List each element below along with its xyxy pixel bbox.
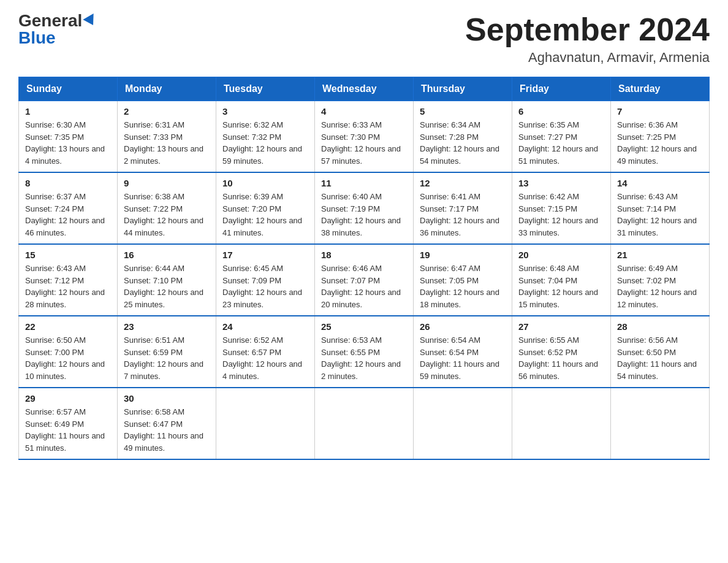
day-number: 2 <box>124 106 210 117</box>
day-info: Sunrise: 6:49 AMSunset: 7:02 PMDaylight:… <box>617 262 703 310</box>
day-info: Sunrise: 6:43 AMSunset: 7:14 PMDaylight:… <box>617 191 703 239</box>
calendar-cell: 1Sunrise: 6:30 AMSunset: 7:35 PMDaylight… <box>19 101 118 173</box>
calendar-cell: 13Sunrise: 6:42 AMSunset: 7:15 PMDayligh… <box>512 172 611 244</box>
day-info: Sunrise: 6:33 AMSunset: 7:30 PMDaylight:… <box>321 119 407 167</box>
calendar-cell <box>512 388 611 459</box>
calendar-cell: 14Sunrise: 6:43 AMSunset: 7:14 PMDayligh… <box>611 172 710 244</box>
day-number: 15 <box>25 250 111 260</box>
day-number: 7 <box>617 106 703 117</box>
day-info: Sunrise: 6:31 AMSunset: 7:33 PMDaylight:… <box>124 119 210 167</box>
day-number: 14 <box>617 178 703 188</box>
weekday-header-wednesday: Wednesday <box>315 77 414 101</box>
day-number: 20 <box>518 250 604 260</box>
calendar-week-4: 22Sunrise: 6:50 AMSunset: 7:00 PMDayligh… <box>19 316 710 388</box>
logo-blue-text: Blue <box>18 29 56 47</box>
title-section: September 2024 Aghavnatun, Armavir, Arme… <box>465 12 710 66</box>
weekday-header-row: SundayMondayTuesdayWednesdayThursdayFrid… <box>19 77 710 101</box>
calendar-cell <box>611 388 710 459</box>
day-number: 22 <box>25 321 111 332</box>
day-number: 4 <box>321 106 407 117</box>
day-info: Sunrise: 6:47 AMSunset: 7:05 PMDaylight:… <box>420 262 506 310</box>
calendar-cell: 23Sunrise: 6:51 AMSunset: 6:59 PMDayligh… <box>118 316 216 388</box>
day-number: 12 <box>420 178 506 188</box>
weekday-header-monday: Monday <box>118 77 216 101</box>
logo-general-text: General <box>18 12 82 29</box>
day-info: Sunrise: 6:46 AMSunset: 7:07 PMDaylight:… <box>321 262 407 310</box>
day-number: 9 <box>124 178 210 188</box>
day-info: Sunrise: 6:51 AMSunset: 6:59 PMDaylight:… <box>124 334 210 382</box>
day-number: 23 <box>124 321 210 332</box>
day-number: 29 <box>25 393 111 404</box>
day-number: 10 <box>222 178 308 188</box>
calendar-cell: 3Sunrise: 6:32 AMSunset: 7:32 PMDaylight… <box>216 101 315 173</box>
calendar-table: SundayMondayTuesdayWednesdayThursdayFrid… <box>18 77 710 460</box>
calendar-cell: 30Sunrise: 6:58 AMSunset: 6:47 PMDayligh… <box>118 388 216 459</box>
logo-triangle-icon <box>83 13 99 28</box>
day-number: 1 <box>25 106 111 117</box>
weekday-header-thursday: Thursday <box>414 77 512 101</box>
day-number: 17 <box>222 250 308 260</box>
calendar-cell: 5Sunrise: 6:34 AMSunset: 7:28 PMDaylight… <box>414 101 512 173</box>
weekday-header-tuesday: Tuesday <box>216 77 315 101</box>
day-info: Sunrise: 6:48 AMSunset: 7:04 PMDaylight:… <box>518 262 604 310</box>
calendar-cell: 27Sunrise: 6:55 AMSunset: 6:52 PMDayligh… <box>512 316 611 388</box>
day-info: Sunrise: 6:32 AMSunset: 7:32 PMDaylight:… <box>222 119 308 167</box>
day-info: Sunrise: 6:30 AMSunset: 7:35 PMDaylight:… <box>25 119 111 167</box>
day-info: Sunrise: 6:53 AMSunset: 6:55 PMDaylight:… <box>321 334 407 382</box>
day-info: Sunrise: 6:52 AMSunset: 6:57 PMDaylight:… <box>222 334 308 382</box>
calendar-week-1: 1Sunrise: 6:30 AMSunset: 7:35 PMDaylight… <box>19 101 710 173</box>
calendar-cell: 25Sunrise: 6:53 AMSunset: 6:55 PMDayligh… <box>315 316 414 388</box>
day-number: 18 <box>321 250 407 260</box>
day-info: Sunrise: 6:34 AMSunset: 7:28 PMDaylight:… <box>420 119 506 167</box>
day-info: Sunrise: 6:44 AMSunset: 7:10 PMDaylight:… <box>124 262 210 310</box>
day-info: Sunrise: 6:54 AMSunset: 6:54 PMDaylight:… <box>420 334 506 382</box>
day-number: 8 <box>25 178 111 188</box>
calendar-cell: 18Sunrise: 6:46 AMSunset: 7:07 PMDayligh… <box>315 244 414 316</box>
calendar-cell: 19Sunrise: 6:47 AMSunset: 7:05 PMDayligh… <box>414 244 512 316</box>
day-number: 30 <box>124 393 210 404</box>
calendar-cell <box>414 388 512 459</box>
calendar-week-5: 29Sunrise: 6:57 AMSunset: 6:49 PMDayligh… <box>19 388 710 459</box>
weekday-header-friday: Friday <box>512 77 611 101</box>
calendar-cell <box>315 388 414 459</box>
calendar-cell: 22Sunrise: 6:50 AMSunset: 7:00 PMDayligh… <box>19 316 118 388</box>
day-number: 5 <box>420 106 506 117</box>
page-header: General Blue September 2024 Aghavnatun, … <box>18 12 710 66</box>
day-number: 28 <box>617 321 703 332</box>
calendar-cell: 6Sunrise: 6:35 AMSunset: 7:27 PMDaylight… <box>512 101 611 173</box>
calendar-cell: 12Sunrise: 6:41 AMSunset: 7:17 PMDayligh… <box>414 172 512 244</box>
calendar-week-3: 15Sunrise: 6:43 AMSunset: 7:12 PMDayligh… <box>19 244 710 316</box>
day-number: 19 <box>420 250 506 260</box>
day-info: Sunrise: 6:40 AMSunset: 7:19 PMDaylight:… <box>321 191 407 239</box>
calendar-cell: 15Sunrise: 6:43 AMSunset: 7:12 PMDayligh… <box>19 244 118 316</box>
day-number: 21 <box>617 250 703 260</box>
calendar-cell: 11Sunrise: 6:40 AMSunset: 7:19 PMDayligh… <box>315 172 414 244</box>
calendar-cell <box>216 388 315 459</box>
calendar-cell: 4Sunrise: 6:33 AMSunset: 7:30 PMDaylight… <box>315 101 414 173</box>
calendar-cell: 9Sunrise: 6:38 AMSunset: 7:22 PMDaylight… <box>118 172 216 244</box>
calendar-cell: 26Sunrise: 6:54 AMSunset: 6:54 PMDayligh… <box>414 316 512 388</box>
calendar-cell: 28Sunrise: 6:56 AMSunset: 6:50 PMDayligh… <box>611 316 710 388</box>
day-number: 27 <box>518 321 604 332</box>
day-info: Sunrise: 6:50 AMSunset: 7:00 PMDaylight:… <box>25 334 111 382</box>
day-info: Sunrise: 6:35 AMSunset: 7:27 PMDaylight:… <box>518 119 604 167</box>
day-number: 26 <box>420 321 506 332</box>
calendar-cell: 16Sunrise: 6:44 AMSunset: 7:10 PMDayligh… <box>118 244 216 316</box>
calendar-week-2: 8Sunrise: 6:37 AMSunset: 7:24 PMDaylight… <box>19 172 710 244</box>
day-info: Sunrise: 6:58 AMSunset: 6:47 PMDaylight:… <box>124 406 210 454</box>
day-info: Sunrise: 6:38 AMSunset: 7:22 PMDaylight:… <box>124 191 210 239</box>
calendar-cell: 29Sunrise: 6:57 AMSunset: 6:49 PMDayligh… <box>19 388 118 459</box>
day-info: Sunrise: 6:43 AMSunset: 7:12 PMDaylight:… <box>25 262 111 310</box>
calendar-title: September 2024 <box>465 12 710 47</box>
calendar-body: 1Sunrise: 6:30 AMSunset: 7:35 PMDaylight… <box>19 101 710 460</box>
day-info: Sunrise: 6:57 AMSunset: 6:49 PMDaylight:… <box>25 406 111 454</box>
day-number: 6 <box>518 106 604 117</box>
calendar-subtitle: Aghavnatun, Armavir, Armenia <box>465 50 710 66</box>
day-info: Sunrise: 6:45 AMSunset: 7:09 PMDaylight:… <box>222 262 308 310</box>
calendar-cell: 21Sunrise: 6:49 AMSunset: 7:02 PMDayligh… <box>611 244 710 316</box>
day-info: Sunrise: 6:55 AMSunset: 6:52 PMDaylight:… <box>518 334 604 382</box>
day-info: Sunrise: 6:37 AMSunset: 7:24 PMDaylight:… <box>25 191 111 239</box>
calendar-cell: 8Sunrise: 6:37 AMSunset: 7:24 PMDaylight… <box>19 172 118 244</box>
day-info: Sunrise: 6:56 AMSunset: 6:50 PMDaylight:… <box>617 334 703 382</box>
weekday-header-sunday: Sunday <box>19 77 118 101</box>
